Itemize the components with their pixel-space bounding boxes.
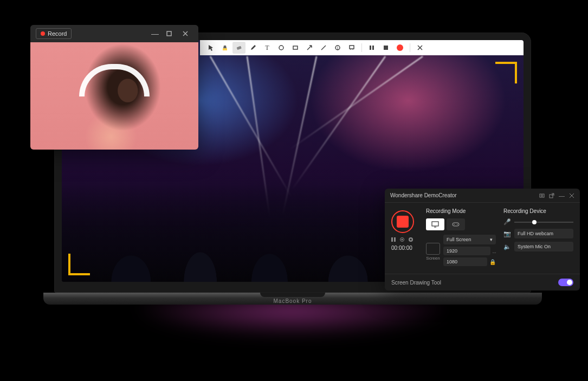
svg-line-4 [321,46,326,50]
whiteboard-tool-icon[interactable] [345,42,358,54]
svg-rect-12 [384,46,388,50]
capture-height-input[interactable]: 1080 [443,257,487,266]
svg-rect-21 [432,222,438,226]
svg-point-20 [402,239,403,241]
step-tool-icon[interactable]: 1 [331,42,344,54]
record-small-icon[interactable] [400,237,404,242]
popout-icon[interactable] [549,193,554,198]
highlighter-tool-icon[interactable] [218,42,231,54]
circle-tool-icon[interactable] [275,42,288,54]
system-audio-value: System Mic On [518,244,551,249]
svg-rect-23 [453,223,459,226]
drawing-tool-label: Screen Drawing Tool [391,280,441,286]
svg-rect-10 [370,46,371,50]
svg-point-2 [279,46,283,50]
lock-icon[interactable]: 🔒 [489,259,496,265]
minimize-icon[interactable]: — [150,29,160,38]
mode-tab-screen[interactable] [426,218,444,230]
eraser-tool-icon[interactable] [232,42,245,54]
recording-mode-column: Recording Mode Screen Full Screen ▾ 1920 [426,208,496,268]
screenshot-icon[interactable] [539,193,545,198]
light-beam [210,56,292,198]
record-titlebar: Record — [30,25,198,42]
maximize-icon[interactable] [166,30,177,37]
light-beam [289,56,423,150]
svg-rect-13 [167,31,171,36]
cursor-tool-icon[interactable] [204,42,217,54]
pause-icon[interactable] [391,237,396,242]
svg-rect-17 [391,237,393,242]
line-tool-icon[interactable] [317,42,330,54]
democreator-panel: Wondershare DemoCreator — 00:00:00 Recor… [385,189,580,290]
capture-width-input[interactable]: 1920 [443,247,490,255]
minimize-icon[interactable]: — [559,192,565,199]
close-icon[interactable] [182,30,193,37]
chevron-down-icon: ▾ [490,237,493,242]
record-button-label: Record [48,30,67,37]
transport-controls [391,237,418,242]
webcam-value: Full HD webcam [518,231,553,236]
system-audio-select[interactable]: System Mic On [514,242,573,251]
laptop-glow [49,301,537,371]
svg-rect-18 [394,237,396,242]
rectangle-tool-icon[interactable] [289,42,302,54]
toolbar-separator [410,43,410,52]
svg-text:1: 1 [337,46,339,50]
svg-point-24 [454,224,455,225]
screen-select-icon[interactable] [426,243,440,255]
laptop-base: MacBook Pro [43,293,542,305]
screen-select-label: Screen [426,256,440,261]
light-beam [292,56,386,190]
lock-bracket-icon: ⎵ [493,248,496,254]
recording-timer: 00:00:00 [391,245,418,251]
stop-small-icon[interactable] [409,237,413,242]
webcam-preview [30,42,198,150]
close-icon[interactable] [413,42,427,54]
svg-rect-3 [293,46,298,49]
mode-tab-game[interactable] [447,218,465,230]
capture-preset-select[interactable]: Full Screen ▾ [443,235,496,244]
capture-marker-bottom-left[interactable] [68,254,90,275]
microphone-icon[interactable]: 🎤 [503,218,511,225]
svg-point-15 [541,195,543,196]
recording-device-heading: Recording Device [503,208,573,214]
recording-mode-heading: Recording Mode [426,208,496,214]
capture-marker-top-right[interactable] [495,62,517,83]
democreator-titlebar: Wondershare DemoCreator — [385,189,580,203]
main-record-button[interactable] [391,210,414,233]
headphones-graphic [79,64,150,96]
annotation-toolbar: T 1 [200,40,524,55]
text-tool-icon[interactable]: T [261,42,274,54]
mic-level-slider[interactable] [514,222,573,223]
speaker-icon[interactable]: 🔈 [503,243,511,250]
svg-rect-1 [237,46,242,50]
close-icon[interactable] [569,193,574,198]
record-column: 00:00:00 [391,208,418,251]
record-dot-icon [41,31,45,36]
webcam-icon[interactable]: 📷 [503,230,511,237]
pen-tool-icon[interactable] [247,42,260,54]
laptop-label: MacBook Pro [273,298,312,304]
panel-title: Wondershare DemoCreator [390,192,457,198]
pause-icon[interactable] [365,42,378,54]
capture-preset-value: Full Screen [447,237,471,242]
recording-device-column: Recording Device 🎤 📷 Full HD webcam 🔈 Sy… [503,208,573,255]
svg-rect-14 [540,194,544,197]
svg-point-25 [457,224,458,225]
stop-icon[interactable] [379,42,392,54]
svg-rect-0 [223,48,227,50]
webcam-select[interactable]: Full HD webcam [514,229,573,238]
toolbar-separator [361,43,362,52]
democreator-footer: Screen Drawing Tool [385,274,580,290]
drawing-tool-toggle[interactable] [558,279,573,286]
svg-rect-7 [350,46,354,49]
svg-rect-11 [372,46,374,50]
record-window: Record — [30,25,198,150]
record-icon[interactable] [393,42,406,54]
arrow-tool-icon[interactable] [303,42,316,54]
record-square-icon [397,216,409,228]
record-button[interactable]: Record [36,28,72,39]
